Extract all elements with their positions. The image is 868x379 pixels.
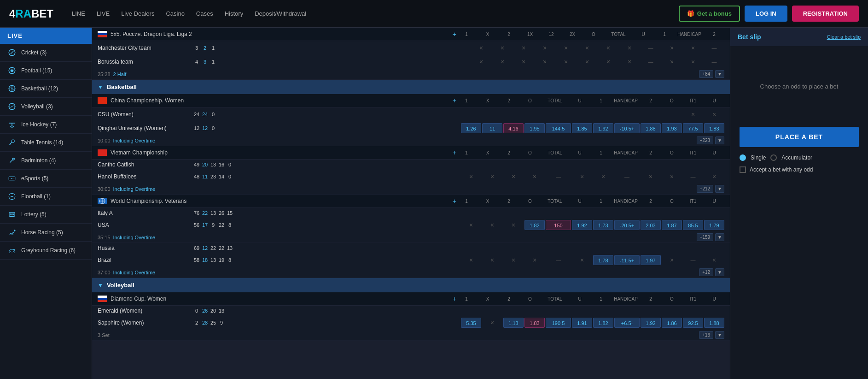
odd-btn[interactable]: × [556, 57, 576, 67]
odd-btn[interactable]: × [535, 43, 555, 53]
sidebar-item-ice-hockey[interactable]: Ice Hockey (7) [0, 116, 92, 134]
add-icon[interactable]: + [453, 197, 456, 205]
odd-btn[interactable]: × [577, 43, 597, 53]
odd-btn[interactable]: × [461, 220, 481, 230]
odd-btn[interactable]: × [662, 43, 682, 53]
bonus-button[interactable]: 🎁 Get a bonus [679, 6, 740, 22]
odd-btn[interactable]: × [704, 255, 724, 265]
odd-btn[interactable]: 1.82 [593, 318, 613, 328]
odd-btn[interactable]: × [572, 172, 592, 182]
sidebar-item-table-tennis[interactable]: Table Tennis (14) [0, 134, 92, 152]
section-toggle-volleyball[interactable]: ▼ [98, 282, 103, 289]
odd-btn[interactable]: 1.92 [572, 220, 592, 230]
odd-btn[interactable]: 1.83 [704, 123, 724, 133]
sidebar-item-badminton[interactable]: Badminton (4) [0, 152, 92, 170]
sidebar-item-lottery[interactable]: Lottery (5) [0, 206, 92, 224]
more-odds-button[interactable]: +212 [697, 185, 714, 193]
odd-btn[interactable]: +6.5- [614, 318, 640, 328]
odd-btn[interactable]: × [556, 43, 576, 53]
odd-btn[interactable]: × [482, 318, 502, 328]
clear-bet-slip-button[interactable]: Clear a bet slip [827, 34, 861, 40]
add-icon[interactable]: + [453, 30, 456, 38]
odd-btn[interactable]: × [482, 172, 502, 182]
odd-btn[interactable]: 85.5 [683, 220, 703, 230]
odd-btn[interactable]: × [704, 172, 724, 182]
odd-btn[interactable]: 1.13 [503, 318, 524, 328]
nav-live[interactable]: LIVE [97, 10, 110, 17]
sidebar-item-basketball[interactable]: Basketball (12) [0, 80, 92, 98]
odd-btn[interactable]: 1.92 [593, 123, 613, 133]
odd-btn[interactable]: × [619, 43, 640, 53]
odd-btn[interactable]: × [503, 255, 524, 265]
odd-btn[interactable]: × [461, 255, 481, 265]
odd-btn[interactable]: × [524, 255, 545, 265]
odd-btn[interactable]: × [641, 172, 661, 182]
odd-btn[interactable]: × [662, 172, 682, 182]
odd-btn[interactable]: 5.35 [461, 318, 481, 328]
odd-btn[interactable]: × [662, 57, 682, 67]
odd-btn[interactable]: 1.26 [461, 123, 481, 133]
odd-btn[interactable]: × [471, 43, 491, 53]
odd-btn[interactable]: 1.82 [524, 220, 545, 230]
odd-btn[interactable]: 4.16 [503, 123, 524, 133]
odd-btn[interactable]: × [598, 57, 618, 67]
odd-btn[interactable]: 11 [482, 123, 502, 133]
odd-btn[interactable]: × [492, 43, 513, 53]
odd-btn[interactable]: 2.03 [641, 220, 661, 230]
more-odds-button[interactable]: +16 [699, 331, 713, 339]
single-radio[interactable] [740, 154, 746, 161]
odd-btn[interactable]: × [535, 57, 555, 67]
odd-btn[interactable]: 77.5 [683, 123, 703, 133]
accumulator-radio[interactable] [770, 154, 777, 161]
odd-btn[interactable]: 1.86 [662, 318, 682, 328]
odd-btn[interactable]: × [683, 57, 703, 67]
more-odds-button[interactable]: +12 [699, 268, 713, 276]
odd-btn[interactable]: 1.88 [641, 123, 661, 133]
sidebar-item-horse-racing[interactable]: Horse Racing (5) [0, 224, 92, 242]
expand-button[interactable]: ▼ [715, 136, 724, 144]
nav-live-dealers[interactable]: Live Dealers [121, 10, 154, 17]
odd-btn[interactable]: × [482, 255, 502, 265]
odd-btn[interactable]: 1.93 [662, 123, 682, 133]
odd-btn[interactable]: 1.97 [641, 255, 661, 265]
odd-btn[interactable]: × [513, 43, 534, 53]
odd-btn[interactable]: × [619, 57, 640, 67]
odd-btn[interactable]: 1.78 [593, 255, 613, 265]
odd-btn[interactable]: 1.73 [593, 220, 613, 230]
odd-btn[interactable]: × [704, 109, 724, 119]
odd-btn[interactable]: 1.83 [524, 318, 545, 328]
odd-btn[interactable]: 1.79 [704, 220, 724, 230]
odd-btn[interactable]: × [471, 57, 491, 67]
odd-btn[interactable]: × [598, 43, 618, 53]
odd-btn[interactable]: 1.85 [572, 123, 592, 133]
odd-btn[interactable]: × [662, 255, 682, 265]
expand-button[interactable]: ▼ [715, 233, 724, 241]
odd-btn[interactable]: × [683, 43, 703, 53]
nav-history[interactable]: History [225, 10, 243, 17]
login-button[interactable]: LOG IN [745, 6, 787, 22]
more-odds-button[interactable]: +223 [697, 136, 714, 144]
odd-btn[interactable]: × [513, 57, 534, 67]
odd-btn[interactable]: 1.95 [524, 123, 545, 133]
odd-btn[interactable]: × [503, 220, 524, 230]
odd-btn[interactable]: × [572, 255, 592, 265]
odd-btn[interactable]: × [461, 172, 481, 182]
odd-btn[interactable]: 1.92 [641, 318, 661, 328]
expand-button[interactable]: ▼ [715, 70, 724, 78]
sidebar-item-floorball[interactable]: Floorball (1) [0, 188, 92, 206]
place-bet-button[interactable]: PLACE A BET [740, 127, 859, 147]
odd-btn[interactable]: × [524, 172, 545, 182]
odd-btn[interactable]: -20.5+ [614, 220, 640, 230]
sidebar-item-esports[interactable]: eSports (5) [0, 170, 92, 188]
add-icon[interactable]: + [453, 149, 456, 156]
odd-btn[interactable]: 190.5 [546, 318, 571, 328]
sidebar-item-cricket[interactable]: Cricket (3) [0, 44, 92, 62]
odd-btn[interactable]: -10.5+ [614, 123, 640, 133]
odd-btn[interactable]: × [503, 172, 524, 182]
odd-btn[interactable]: × [482, 220, 502, 230]
accept-checkbox[interactable] [740, 166, 746, 173]
odd-btn[interactable]: 144.5 [546, 123, 571, 133]
odd-btn[interactable]: 1.91 [572, 318, 592, 328]
odd-btn[interactable]: × [492, 57, 513, 67]
section-toggle-basketball[interactable]: ▼ [98, 84, 103, 90]
